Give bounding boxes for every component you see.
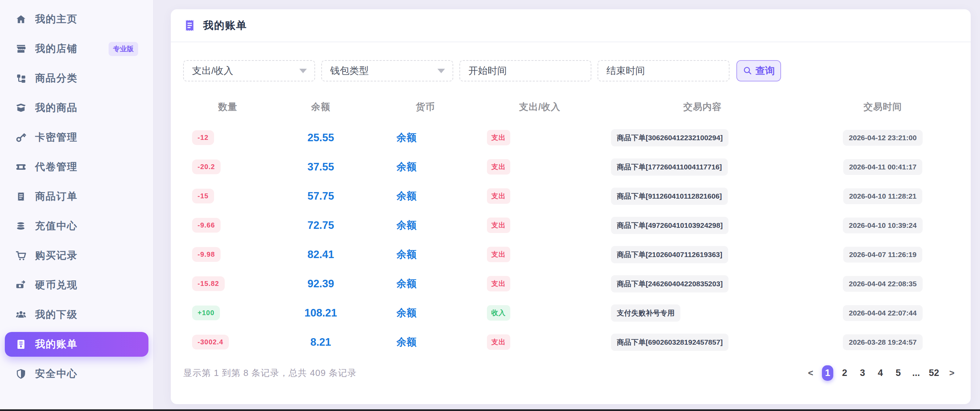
- page-button-52[interactable]: 52: [928, 365, 940, 381]
- main-content: 我的账单 支出/收入 钱包类型 查询: [154, 0, 980, 411]
- end-time-input[interactable]: [606, 65, 721, 76]
- table-row: -20.2 37.55 余额 支出 商品下单[17726041100411771…: [183, 152, 958, 182]
- bills-card: 我的账单 支出/收入 钱包类型 查询: [171, 9, 971, 404]
- sidebar-item-label: 我的店铺: [35, 42, 78, 56]
- balance-value: 25.55: [307, 132, 334, 143]
- col-header-currency: 货币: [369, 101, 481, 113]
- currency-value: 余额: [396, 160, 417, 174]
- page-button-4[interactable]: 4: [874, 365, 887, 381]
- sidebar-item-coin-cashout[interactable]: 硬币兑现: [5, 273, 148, 298]
- box-open-icon: [16, 103, 26, 113]
- table-header-row: 数量 余额 货币 支出/收入 交易内容 交易时间: [183, 101, 958, 113]
- sidebar-item-bills[interactable]: 我的账单: [5, 332, 148, 357]
- currency-value: 余额: [396, 190, 417, 203]
- sidebar-item-products[interactable]: 我的商品: [5, 96, 148, 120]
- filter-bar: 支出/收入 钱包类型 查询: [183, 60, 958, 81]
- sidebar-item-label: 商品分类: [35, 72, 78, 85]
- balance-value: 37.55: [307, 161, 334, 173]
- transaction-content: 商品下单[177260411004117716]: [611, 158, 728, 175]
- table-row: -3002.4 8.21 余额 支出 商品下单[6902603281924578…: [183, 328, 958, 357]
- page-button-3[interactable]: 3: [856, 365, 869, 381]
- currency-value: 余额: [396, 218, 417, 232]
- direction-badge: 收入: [487, 305, 510, 321]
- table-row: -15 57.75 余额 支出 商品下单[911260410112821606]…: [183, 182, 958, 211]
- table-body: -12 25.55 余额 支出 商品下单[306260412232100294]…: [183, 123, 958, 357]
- quantity-badge: -9.98: [192, 247, 221, 262]
- quantity-badge: -15.82: [192, 276, 225, 291]
- query-button[interactable]: 查询: [737, 60, 781, 81]
- store-icon: [16, 44, 26, 54]
- key-icon: [16, 132, 26, 143]
- receipt-icon: [16, 191, 26, 202]
- quantity-badge: -12: [192, 130, 214, 145]
- sidebar-item-home[interactable]: 我的主页: [5, 7, 148, 32]
- balance-value: 72.75: [307, 219, 334, 231]
- col-header-balance: 余额: [272, 101, 369, 113]
- sidebar-item-label: 硬币兑现: [35, 278, 78, 292]
- table-footer: 显示第 1 到第 8 条记录，总共 409 条记录 < 1 2 3 4 5 ..…: [183, 363, 958, 383]
- chevron-down-icon: [299, 69, 307, 73]
- sidebar-item-label: 我的下级: [35, 308, 78, 322]
- transaction-time: 2026-04-04 22:08:35: [843, 276, 922, 292]
- sidebar-item-orders[interactable]: 商品订单: [5, 184, 148, 209]
- ticket-icon: [16, 162, 26, 172]
- currency-value: 余额: [396, 335, 417, 349]
- transaction-time: 2026-04-04 22:07:44: [843, 305, 922, 321]
- wallet-type-select[interactable]: 钱包类型: [321, 60, 453, 81]
- users-icon: [16, 310, 26, 320]
- sidebar-item-label: 我的账单: [35, 338, 78, 351]
- direction-select[interactable]: 支出/收入: [183, 60, 315, 81]
- balance-value: 82.41: [307, 249, 334, 260]
- sidebar-item-coupons[interactable]: 代卷管理: [5, 155, 148, 179]
- start-time-input[interactable]: [468, 65, 582, 76]
- home-icon: [16, 14, 26, 24]
- balance-value: 108.21: [304, 307, 337, 319]
- sidebar-item-purchases[interactable]: 购买记录: [5, 243, 148, 268]
- transaction-content: 商品下单[306260412232100294]: [611, 129, 729, 147]
- cart-icon: [16, 250, 26, 261]
- end-time-field: [598, 60, 730, 81]
- page-button-1[interactable]: 1: [822, 365, 833, 381]
- currency-value: 余额: [396, 131, 417, 145]
- receipt-icon: [183, 19, 196, 32]
- direction-badge: 支出: [487, 276, 510, 292]
- sidebar-item-subordinates[interactable]: 我的下级: [5, 303, 148, 327]
- sidebar-item-card-keys[interactable]: 卡密管理: [5, 125, 148, 150]
- transaction-content: 商品下单[911260410112821606]: [611, 188, 728, 205]
- sidebar-item-security[interactable]: 安全中心: [5, 362, 148, 386]
- chevron-down-icon: [438, 69, 445, 73]
- card-header: 我的账单: [171, 9, 971, 42]
- transaction-content: 商品下单[497260410103924298]: [611, 217, 729, 234]
- sidebar-item-label: 卡密管理: [35, 131, 78, 144]
- sidebar-item-label: 安全中心: [35, 367, 78, 381]
- table-row: -9.98 82.41 余额 支出 商品下单[21026040711261936…: [183, 240, 958, 269]
- quantity-badge: +100: [192, 306, 220, 320]
- table-row: -15.82 92.39 余额 支出 商品下单[2462604042208352…: [183, 269, 958, 298]
- col-header-content: 交易内容: [598, 101, 807, 113]
- direction-badge: 支出: [487, 130, 510, 145]
- transaction-content: 商品下单[210260407112619363]: [611, 246, 728, 263]
- sidebar-item-shop[interactable]: 我的店铺 专业版: [5, 37, 148, 61]
- sidebar-item-recharge[interactable]: 充值中心: [5, 214, 148, 239]
- quantity-badge: -20.2: [192, 159, 221, 174]
- bill-icon: [16, 339, 26, 349]
- direction-select-value: 支出/收入: [192, 64, 233, 77]
- sidebar-item-categories[interactable]: 商品分类: [5, 66, 148, 91]
- prev-page-button[interactable]: <: [804, 365, 817, 381]
- sidebar-item-label: 商品订单: [35, 190, 78, 204]
- table-row: -9.66 72.75 余额 支出 商品下单[49726041010392429…: [183, 211, 958, 240]
- quantity-badge: -3002.4: [192, 335, 229, 349]
- sidebar-item-label: 我的主页: [35, 13, 78, 26]
- pagination: < 1 2 3 4 5 ... 52 >: [804, 365, 958, 381]
- direction-badge: 支出: [487, 218, 510, 233]
- next-page-button[interactable]: >: [945, 365, 958, 381]
- transaction-time: 2026-04-12 23:21:00: [843, 130, 922, 146]
- col-header-quantity: 数量: [183, 101, 272, 113]
- coins-icon: [16, 221, 26, 231]
- start-time-field: [460, 60, 591, 81]
- col-header-time: 交易时间: [807, 101, 958, 113]
- page-button-5[interactable]: 5: [892, 365, 905, 381]
- sidebar-item-label: 我的商品: [35, 101, 78, 115]
- quantity-badge: -15: [192, 189, 214, 204]
- page-button-2[interactable]: 2: [838, 365, 851, 381]
